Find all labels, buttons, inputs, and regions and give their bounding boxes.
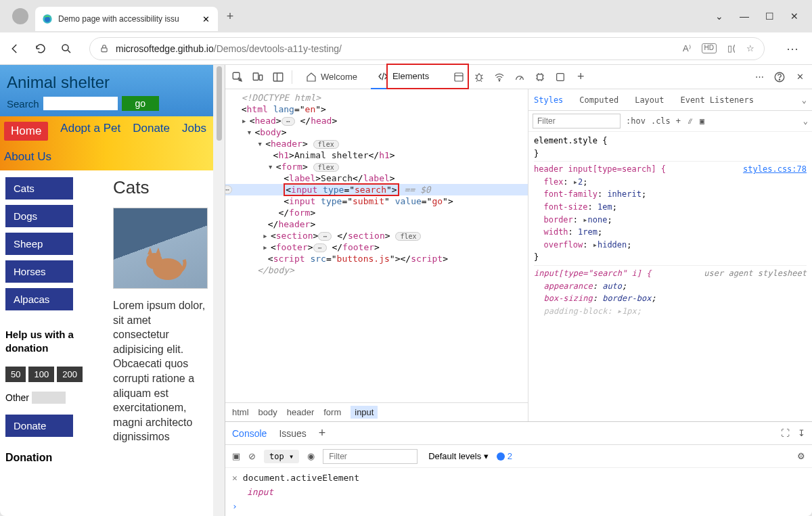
close-tab-icon[interactable]: ✕ — [200, 14, 211, 24]
nav-about[interactable]: About Us — [4, 150, 51, 164]
chevron-down-icon[interactable]: ⌄ — [799, 95, 809, 105]
css-rules[interactable]: element.style { } styles.css:78 header i… — [528, 132, 812, 320]
application-icon[interactable] — [554, 70, 567, 84]
dock-icon[interactable] — [271, 70, 285, 84]
donate-button[interactable]: Donate — [5, 415, 73, 437]
add-tab-icon[interactable]: + — [574, 70, 587, 84]
svg-rect-16 — [557, 73, 564, 80]
reader-icon[interactable]: ▯⟨ — [727, 43, 736, 53]
more-icon[interactable]: ⋯ — [781, 41, 804, 56]
window-titlebar: Demo page with accessibility issu ✕ + ⌄ … — [0, 0, 812, 32]
cls-toggle[interactable]: .cls — [651, 116, 671, 126]
home-icon — [306, 72, 317, 83]
cat-alpacas[interactable]: Alpacas — [5, 288, 73, 310]
log-levels[interactable]: Default levels ▾ — [428, 451, 489, 461]
search-input[interactable] — [43, 97, 118, 110]
tab-console[interactable]: Console — [232, 428, 267, 439]
box-icon[interactable]: ▣ — [700, 116, 704, 126]
read-aloud-icon[interactable]: A⁾ — [683, 43, 691, 53]
dom-breadcrumb[interactable]: html body header form input — [225, 402, 528, 421]
svg-point-13 — [477, 74, 482, 80]
new-tab-button[interactable]: + — [218, 4, 242, 28]
page-title: Animal shelter — [7, 73, 206, 92]
cat-cats[interactable]: Cats — [5, 177, 73, 200]
app-icon[interactable] — [452, 70, 466, 84]
nav-jobs[interactable]: Jobs — [182, 122, 206, 141]
styles-filter-input[interactable] — [533, 114, 621, 128]
expand-icon[interactable]: ⛶ — [781, 428, 790, 438]
nav-adopt[interactable]: Adopt a Pet — [60, 122, 120, 141]
tab-eventlisteners[interactable]: Event Listeners — [678, 95, 757, 105]
lorem-text: Lorem ipsum dolor, sit amet consectetur … — [113, 298, 208, 444]
minimize-icon[interactable]: — — [740, 11, 749, 22]
help-icon[interactable] — [773, 70, 786, 84]
more-devtools-icon[interactable]: ⋯ — [752, 70, 766, 84]
console-prompt[interactable]: › — [232, 501, 238, 511]
chevron-down-icon[interactable]: ⌄ — [803, 116, 808, 126]
tab-welcome[interactable]: Welcome — [299, 65, 364, 89]
tab-computed[interactable]: Computed — [577, 95, 621, 105]
flex-icon[interactable]: ⫽ — [686, 116, 694, 126]
close-devtools-icon[interactable]: ✕ — [793, 70, 807, 84]
nav-donate[interactable]: Donate — [133, 122, 170, 141]
svg-rect-15 — [537, 74, 543, 80]
browser-tab[interactable]: Demo page with accessibility issu ✕ — [35, 7, 218, 31]
network-icon[interactable] — [493, 70, 506, 84]
tab-layout[interactable]: Layout — [632, 95, 667, 105]
profile-avatar[interactable] — [12, 8, 28, 24]
svg-rect-8 — [259, 75, 263, 80]
tab-styles[interactable]: Styles — [531, 95, 566, 105]
refresh-button[interactable] — [34, 42, 47, 55]
sidebar-toggle-icon[interactable]: ▣ — [232, 451, 240, 461]
issues-badge[interactable]: 2 — [497, 451, 512, 461]
maximize-icon[interactable]: ☐ — [765, 11, 774, 22]
svg-rect-7 — [253, 73, 258, 80]
new-rule-icon[interactable]: + — [676, 116, 681, 126]
close-window-icon[interactable]: ✕ — [790, 11, 798, 22]
console-settings-icon[interactable]: ⚙ — [797, 451, 805, 461]
nav-home[interactable]: Home — [4, 122, 48, 141]
favorite-icon[interactable]: ☆ — [746, 43, 754, 53]
chevron-down-icon[interactable]: ⌄ — [715, 11, 723, 22]
other-input[interactable] — [32, 392, 66, 404]
bug-icon[interactable] — [472, 70, 486, 84]
amount-200[interactable]: 200 — [57, 367, 83, 382]
hov-toggle[interactable]: :hov — [626, 116, 646, 126]
source-link[interactable]: styles.css:78 — [743, 163, 807, 176]
dismiss-icon[interactable]: ✕ — [232, 473, 238, 483]
main-heading: Cats — [113, 177, 208, 198]
inspect-icon[interactable] — [231, 70, 244, 84]
browser-toolbar: microsoftedge.github.io/Demos/devtools-a… — [0, 32, 812, 65]
clear-console-icon[interactable]: ⊘ — [248, 451, 256, 461]
address-bar[interactable]: microsoftedge.github.io/Demos/devtools-a… — [89, 37, 765, 60]
context-selector[interactable]: top ▾ — [264, 450, 299, 463]
search-icon[interactable] — [60, 42, 73, 55]
cat-dogs[interactable]: Dogs — [5, 205, 73, 227]
main-nav: Home Adopt a Pet Donate Jobs About Us — [0, 116, 213, 170]
console-filter-input[interactable] — [323, 449, 418, 464]
dock-drawer-icon[interactable]: ↧ — [798, 428, 805, 438]
tab-elements[interactable]: Elements — [371, 65, 436, 89]
back-button[interactable] — [8, 42, 22, 55]
cat-horses[interactable]: Horses — [5, 260, 73, 283]
hd-icon[interactable]: HD — [702, 43, 717, 53]
amount-50[interactable]: 50 — [5, 367, 26, 382]
memory-icon[interactable] — [533, 70, 547, 84]
live-expr-icon[interactable]: ◉ — [307, 451, 315, 461]
url-text: microsoftedge.github.io/Demos/devtools-a… — [116, 43, 676, 54]
amount-100[interactable]: 100 — [28, 367, 54, 382]
devtools-toolbar: Welcome Elements + ⋯ ✕ — [225, 65, 812, 89]
console-output[interactable]: ✕document.activeElement input › — [225, 468, 812, 516]
svg-point-14 — [499, 80, 499, 80]
page-scrollbar[interactable] — [213, 65, 225, 516]
device-icon[interactable] — [251, 70, 265, 84]
go-button[interactable]: go — [122, 96, 160, 111]
dom-tree[interactable]: <!DOCTYPE html> <html lang="en"> ▸<head>… — [225, 89, 528, 402]
performance-icon[interactable] — [513, 70, 526, 84]
donation-heading: Donation — [5, 452, 101, 464]
cat-sheep[interactable]: Sheep — [5, 233, 73, 255]
search-label: Search — [7, 98, 39, 110]
tab-issues[interactable]: Issues — [279, 428, 306, 439]
dom-selected-line[interactable]: <input type="search"> == $0 — [225, 184, 528, 195]
add-drawer-tab[interactable]: + — [319, 426, 326, 440]
